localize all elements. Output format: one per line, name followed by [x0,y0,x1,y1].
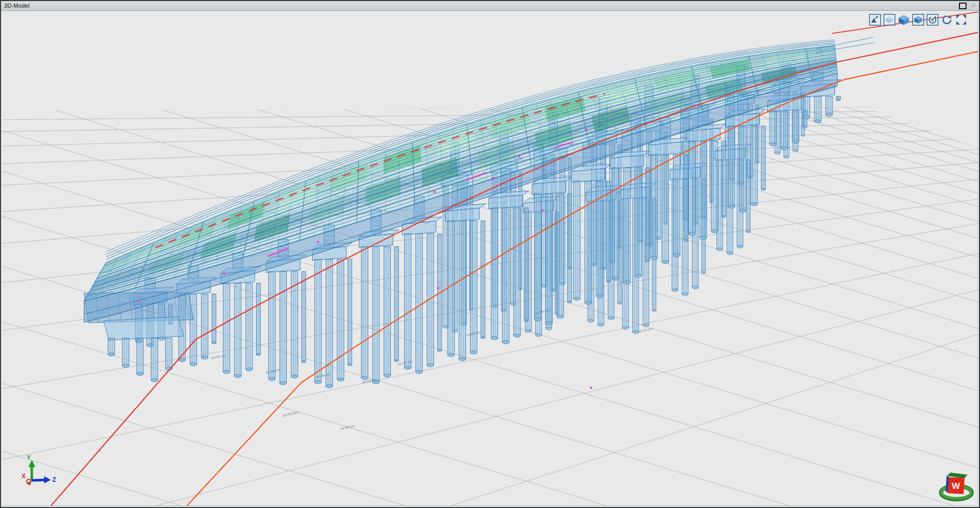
app-logo: W [941,473,972,499]
magenta-marker [437,287,440,289]
expand-corners-icon[interactable] [956,15,966,25]
magenta-marker [585,128,587,131]
z-axis-label: Z [52,476,56,483]
magenta-marker [223,273,226,275]
mountain-arrow-icon[interactable] [869,14,880,25]
pile-elevation-label: -16.732 (m) [282,411,298,418]
magenta-marker [541,209,543,212]
y-axis-label: Y [27,454,31,461]
ghost-cube-icon[interactable] [884,14,895,25]
titlebar-buttons: ✕ [959,3,979,9]
magenta-marker [590,387,592,389]
magenta-marker [433,191,436,193]
viewport-3d[interactable]: -19.225 (m)-28.445 (m)-28.348 (m)-29.140… [2,11,978,506]
maximize-button[interactable] [959,3,967,9]
scene-canvas[interactable]: -19.225 (m)-28.445 (m)-28.348 (m)-29.140… [2,11,978,506]
x-axis-label: X [22,473,26,480]
axis-gizmo: Y Z X [22,454,56,485]
magenta-marker [518,155,520,157]
window-titlebar[interactable]: 3D-Model ✕ [1,1,979,11]
pile-elevation-label: -14.221 (m) [637,327,652,334]
magenta-marker [137,300,140,302]
3d-model-window: 3D-Model ✕ -19.225 (m)-28.445 (m)-28.348… [0,0,980,508]
logo-letter: W [952,481,960,491]
close-icon[interactable]: ✕ [971,3,976,8]
boxed-cube-icon[interactable] [913,14,923,25]
z-axis-arrow [44,476,51,483]
orbit-cube-icon[interactable] [927,14,938,25]
magenta-marker [492,177,494,179]
magenta-marker [317,241,319,243]
window-title: 3D-Model [1,3,29,9]
